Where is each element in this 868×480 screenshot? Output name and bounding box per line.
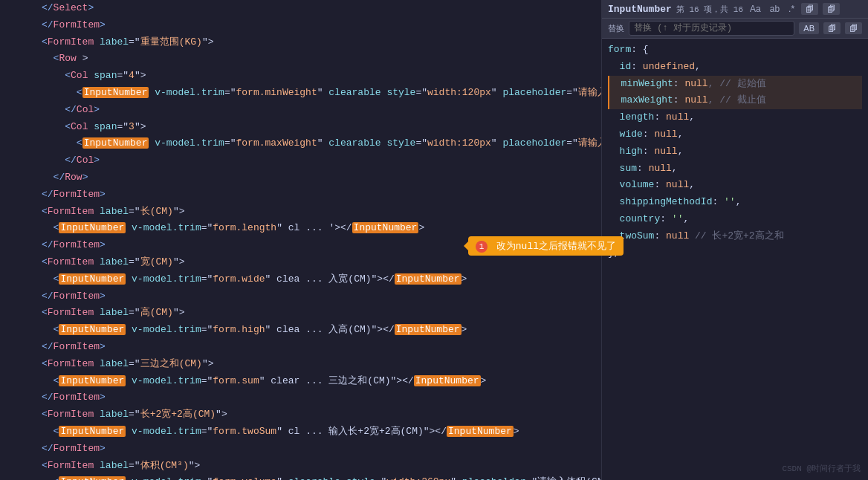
copy-button[interactable]: 🗐: [801, 3, 818, 15]
code-line: </FormItem>: [0, 389, 601, 406]
code-line: <FormItem label="长+2宽+2高(CM)">: [0, 406, 601, 424]
code-line: </Col>: [0, 152, 601, 169]
right-panel: InputNumber 第 16 项，共 16 Aa ab .* 🗐 🗐 替换 …: [602, 0, 868, 480]
search-bar: InputNumber 第 16 项，共 16 Aa ab .* 🗐 🗐: [602, 0, 868, 19]
code-line: <InputNumber v-model.trim="form.high" cl…: [0, 322, 601, 339]
code-line: <FormItem label="三边之和(CM)">: [0, 356, 601, 373]
code-line: </FormItem>: [0, 187, 601, 204]
code-line: </FormItem>: [0, 288, 601, 305]
replace-all-btn[interactable]: 🗐: [823, 22, 841, 34]
editor-container: </Select> </FormItem> <FormItem label="重…: [0, 0, 868, 480]
right-code-area: form: { id: undefined, minWeight: null, …: [602, 39, 868, 480]
replace-label: 替换: [608, 23, 624, 34]
rcode-country: country: '',: [608, 211, 862, 228]
search-title: InputNumber: [608, 4, 672, 15]
code-line: </Row>: [0, 169, 601, 187]
regex-button[interactable]: .*: [786, 3, 797, 15]
rcode-high: high: null,: [608, 143, 862, 160]
tooltip-bubble: 1 改为null之后报错就不见了: [602, 236, 624, 256]
code-line: <FormItem label="宽(CM)">: [0, 254, 601, 271]
replace-btn[interactable]: AB: [799, 22, 819, 34]
code-line: </FormItem>: [0, 441, 601, 458]
code-line: <Col span="3">: [0, 119, 601, 136]
code-line: <FormItem label="重量范围(KG)">: [0, 34, 601, 51]
search-meta: 第 16 项，共 16: [676, 4, 743, 15]
code-line: <FormItem label="高(CM)">: [0, 305, 601, 322]
code-line: <InputNumber v-model.trim="form.wide" cl…: [0, 271, 601, 288]
rcode-form-close: },: [608, 245, 862, 262]
rcode-id: id: undefined,: [608, 59, 862, 76]
code-line: </Select>: [0, 0, 601, 17]
rcode-twosum: twoSum: null // 长+2宽+2高之和: [608, 228, 862, 245]
code-line: </FormItem>: [0, 17, 601, 34]
rcode-volume: volume: null,: [608, 177, 862, 194]
code-line: <FormItem label="体积(CM³)">: [0, 458, 601, 475]
rcode-minweight: minWeight: null, // 起始值: [608, 76, 862, 93]
rcode-sum: sum: null,: [608, 160, 862, 178]
match-word-button[interactable]: ab: [768, 3, 782, 15]
code-line: <InputNumber v-model.trim="form.minWeigh…: [0, 85, 601, 102]
code-line: </FormItem>: [0, 339, 601, 356]
code-line: <InputNumber v-model.trim="form.volume" …: [0, 474, 601, 480]
code-line: <InputNumber v-model.trim="form.twoSum" …: [0, 424, 601, 441]
rcode-length: length: null,: [608, 109, 862, 126]
expand-button[interactable]: 🗐: [823, 3, 840, 15]
replace-close-btn[interactable]: 🗐: [845, 22, 862, 34]
code-line: </Col>: [0, 102, 601, 119]
rcode-shippingmethodid: shippingMethodId: '',: [608, 194, 862, 211]
rcode-maxweight: maxWeight: null, // 截止值: [608, 92, 862, 109]
rcode-wide: wide: null,: [608, 126, 862, 143]
code-line: <Row >: [0, 51, 601, 68]
replace-input[interactable]: [634, 23, 789, 33]
match-case-button[interactable]: Aa: [748, 3, 763, 15]
code-line: <Col span="4">: [0, 68, 601, 85]
rcode-form-open: form: {: [608, 42, 862, 59]
code-line: <InputNumber v-model.trim="form.maxWeigh…: [0, 135, 601, 152]
watermark: CSDN @时间行者于我: [782, 463, 861, 474]
code-line: <FormItem label="长(CM)">: [0, 204, 601, 221]
tooltip-text: 改为null之后报错就不见了: [602, 241, 616, 252]
replace-input-wrap: [629, 21, 794, 36]
code-line: <InputNumber v-model.trim="form.length" …: [0, 220, 601, 237]
code-line: <InputNumber v-model.trim="form.sum" cle…: [0, 373, 601, 390]
replace-bar: 替换 AB 🗐 🗐: [602, 19, 868, 39]
